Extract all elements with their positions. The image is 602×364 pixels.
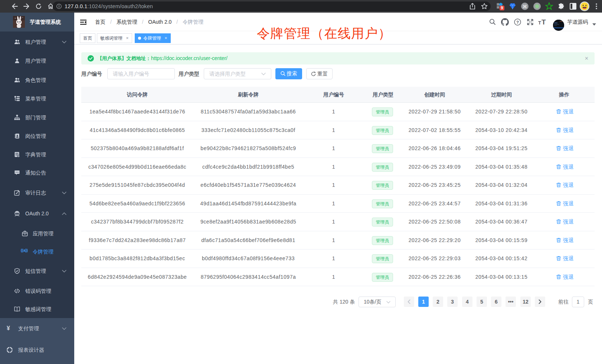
svg-text:⌘: ⌘ <box>523 4 527 9</box>
svg-text:T: T <box>538 20 541 26</box>
svg-text:9: 9 <box>501 6 503 10</box>
svg-text:?: ? <box>516 20 519 24</box>
svg-text:T: T <box>542 19 546 26</box>
